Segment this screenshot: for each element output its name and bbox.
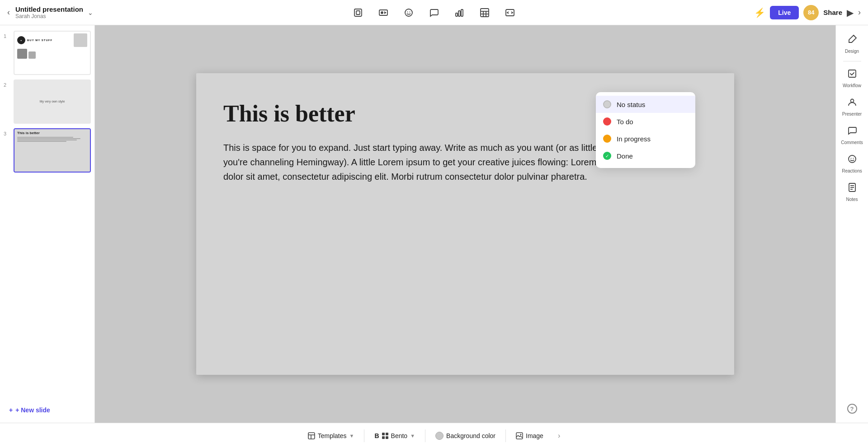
slide-num-3: 3 xyxy=(4,131,10,136)
presenter-label: Presenter xyxy=(842,112,862,117)
comments-label: Comments xyxy=(841,140,863,145)
emoji-button[interactable] xyxy=(401,5,417,21)
reactions-label: Reactions xyxy=(842,168,862,173)
insert-frame-button[interactable] xyxy=(350,5,366,21)
toolbar-separator-3 xyxy=(505,429,506,442)
status-item-no-status[interactable]: No status xyxy=(596,96,695,113)
svg-point-5 xyxy=(407,11,408,12)
svg-point-17 xyxy=(850,99,854,103)
slide3-title: This is better xyxy=(17,131,87,135)
svg-rect-30 xyxy=(382,436,385,439)
svg-rect-28 xyxy=(382,433,385,435)
svg-rect-29 xyxy=(386,433,388,435)
new-slide-button[interactable]: + + New slide xyxy=(4,403,91,417)
templates-button[interactable]: Templates ▼ xyxy=(302,429,361,443)
help-icon: ? xyxy=(847,404,857,414)
svg-rect-31 xyxy=(386,436,388,439)
slide2-label: My very own style xyxy=(40,100,65,103)
notes-label: Notes xyxy=(846,197,858,202)
templates-chevron-icon: ▼ xyxy=(349,433,354,439)
back-icon[interactable]: ‹ xyxy=(7,8,10,17)
more-options-icon[interactable]: › xyxy=(858,8,861,17)
background-color-swatch xyxy=(435,432,443,440)
title-chevron-icon[interactable]: ⌄ xyxy=(88,9,93,16)
svg-rect-16 xyxy=(849,70,856,77)
image-icon xyxy=(516,432,523,439)
bento-b-icon: B xyxy=(374,432,379,439)
expand-chevron-icon: › xyxy=(558,432,560,440)
toolbar-expand-button[interactable]: › xyxy=(552,428,566,443)
topbar-right: ⚡ Live 84 Share ▶ › xyxy=(754,5,861,20)
slide-thumb-2[interactable]: My very own style xyxy=(14,79,91,124)
svg-point-6 xyxy=(410,11,410,12)
background-color-label: Background color xyxy=(446,432,495,439)
sidebar-item-comments[interactable]: Comments xyxy=(838,122,867,149)
slide-thumb-3[interactable]: This is better xyxy=(14,128,91,173)
topbar: ‹ Untitled presentation Sarah Jonas ⌄ xyxy=(0,0,868,25)
presenter-icon xyxy=(847,97,857,110)
svg-rect-7 xyxy=(456,13,458,16)
presentation-title: Untitled presentation xyxy=(15,5,83,13)
design-label: Design xyxy=(845,49,859,54)
slide-item-3[interactable]: 3 This is better xyxy=(4,128,91,173)
sidebar-item-design[interactable]: Design xyxy=(838,31,867,57)
embed-button[interactable] xyxy=(502,5,518,21)
status-item-to-do[interactable]: To do xyxy=(596,113,695,130)
image-button[interactable]: Image xyxy=(509,429,550,443)
svg-rect-0 xyxy=(354,9,362,16)
play-button[interactable]: ▶ xyxy=(847,7,854,18)
design-icon xyxy=(847,34,857,47)
notes-icon xyxy=(847,182,857,195)
chart-button[interactable] xyxy=(451,5,467,21)
workflow-label: Workflow xyxy=(843,83,861,88)
media-button[interactable] xyxy=(375,5,392,21)
bento-chevron-icon: ▼ xyxy=(410,433,415,439)
live-button[interactable]: Live xyxy=(770,6,799,19)
templates-label: Templates xyxy=(318,432,347,439)
workflow-icon xyxy=(847,69,857,81)
templates-icon xyxy=(308,432,315,439)
toolbar-separator-2 xyxy=(425,429,425,442)
sidebar-item-notes[interactable]: Notes xyxy=(838,179,867,205)
slide-item-1[interactable]: 1 ● BUY MY STUFF xyxy=(4,31,91,75)
slide-thumb-1[interactable]: ● BUY MY STUFF xyxy=(14,31,91,75)
svg-rect-25 xyxy=(308,433,315,439)
sidebar-item-reactions[interactable]: Reactions xyxy=(838,150,867,177)
svg-point-20 xyxy=(853,158,854,159)
bento-grid-icon xyxy=(382,433,388,439)
sidebar-item-presenter[interactable]: Presenter xyxy=(838,93,867,120)
background-color-button[interactable]: Background color xyxy=(429,428,502,443)
lightning-button[interactable]: ⚡ xyxy=(754,7,765,18)
sidebar-item-workflow[interactable]: Workflow xyxy=(838,65,867,92)
avatar[interactable]: 84 xyxy=(803,5,819,20)
status-item-done[interactable]: ✓ Done xyxy=(596,147,695,164)
status-label-in-progress: In progress xyxy=(617,135,651,143)
svg-point-18 xyxy=(849,155,856,163)
comment-button[interactable] xyxy=(426,5,442,21)
slide-item-2[interactable]: 2 My very own style xyxy=(4,79,91,124)
slide-panel: 1 ● BUY MY STUFF xyxy=(0,25,95,423)
bottom-toolbar: Templates ▼ B Bento ▼ Background color I… xyxy=(0,423,868,448)
svg-point-4 xyxy=(405,9,412,16)
bento-button[interactable]: B Bento ▼ xyxy=(368,429,421,443)
status-dot-none xyxy=(603,100,611,108)
share-button[interactable]: Share xyxy=(823,9,842,16)
slide-num-2: 2 xyxy=(4,82,10,88)
comments-icon xyxy=(847,126,857,138)
svg-rect-1 xyxy=(356,11,360,14)
help-button[interactable]: ? xyxy=(838,400,867,417)
reactions-icon xyxy=(847,154,857,167)
status-item-in-progress[interactable]: In progress xyxy=(596,130,695,147)
svg-point-33 xyxy=(520,434,522,435)
bento-label: Bento xyxy=(391,432,408,439)
status-dot-green: ✓ xyxy=(603,152,611,160)
svg-rect-9 xyxy=(461,9,463,16)
slide-num-1: 1 xyxy=(4,33,10,39)
svg-point-19 xyxy=(850,158,851,159)
table-button[interactable] xyxy=(476,5,493,21)
svg-point-3 xyxy=(381,12,383,14)
title-group: Untitled presentation Sarah Jonas xyxy=(15,5,83,19)
slide-body: This is space for you to expand. Just st… xyxy=(223,140,630,184)
status-label-done: Done xyxy=(617,152,633,160)
status-dot-red xyxy=(603,117,611,126)
